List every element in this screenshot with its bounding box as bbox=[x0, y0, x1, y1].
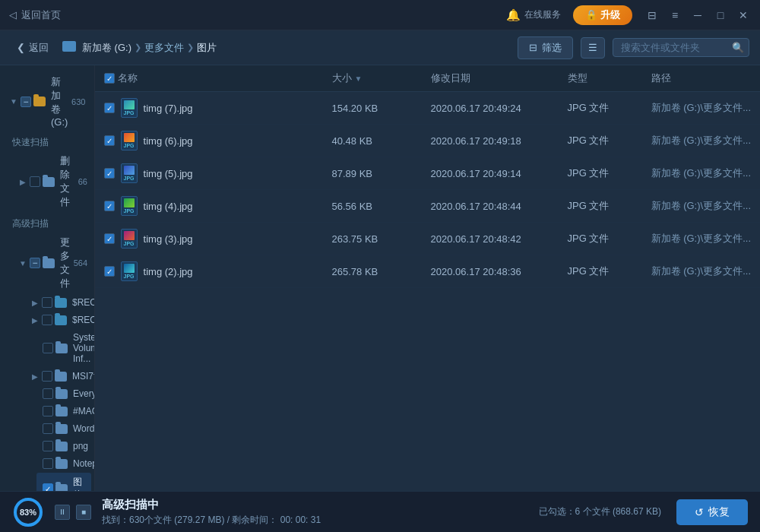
root-checkbox[interactable] bbox=[21, 97, 31, 107]
back-icon: ❮ bbox=[17, 42, 25, 53]
delete-checkbox[interactable] bbox=[30, 176, 40, 187]
recycle2-checkbox[interactable] bbox=[42, 315, 52, 325]
everything-checkbox[interactable] bbox=[43, 388, 53, 399]
breadcrumb-sep1: ❯ bbox=[135, 43, 141, 52]
sidebar-item-mages[interactable]: #MAGES 38 bbox=[36, 403, 91, 420]
pictures-checkbox[interactable] bbox=[43, 483, 53, 491]
upgrade-label: 升级 bbox=[600, 8, 620, 22]
sidebar-item-pictures[interactable]: 图片 6 bbox=[36, 473, 91, 491]
table-row[interactable]: timg (6).jpg 40.48 KB 2020.06.17 20:49:1… bbox=[95, 125, 760, 157]
pause-button[interactable]: ⏸ bbox=[55, 505, 70, 520]
file-checkbox[interactable] bbox=[104, 168, 115, 179]
menu-button[interactable]: ≡ bbox=[667, 8, 682, 23]
mages-label: #MAGES bbox=[73, 406, 95, 416]
pictures-icon bbox=[55, 484, 68, 492]
scan-controls: ⏸ ■ bbox=[55, 505, 91, 520]
header-name[interactable]: 名称 bbox=[95, 71, 323, 85]
mages-checkbox[interactable] bbox=[43, 406, 53, 416]
table-row[interactable]: timg (2).jpg 265.78 KB 2020.06.17 20:48:… bbox=[95, 255, 760, 288]
file-path-cell: 新加卷 (G:)\更多文件... bbox=[642, 199, 760, 213]
back-home-icon: ◁ bbox=[9, 9, 17, 21]
tree-toggle-root[interactable]: ▼ bbox=[9, 97, 18, 106]
col-name-label: 名称 bbox=[118, 71, 138, 85]
delete-folder-icon bbox=[43, 177, 55, 187]
sidebar-item-msi[interactable]: ▶ MSI7f494.tmp 13 bbox=[24, 368, 91, 385]
search-icon: 🔍 bbox=[732, 42, 744, 53]
recycle1-checkbox[interactable] bbox=[42, 297, 52, 308]
root-folder-icon bbox=[33, 97, 46, 106]
tree-toggle-msi[interactable]: ▶ bbox=[30, 372, 40, 381]
table-row[interactable]: timg (7).jpg 154.20 KB 2020.06.17 20:49:… bbox=[95, 92, 760, 125]
table-row[interactable]: timg (4).jpg 56.56 KB 2020.06.17 20:48:4… bbox=[95, 190, 760, 223]
tree-toggle-delete[interactable]: ▶ bbox=[18, 177, 27, 186]
sidebar-item-sysvolume[interactable]: System Volume Inf... 1 bbox=[36, 329, 91, 367]
file-checkbox[interactable] bbox=[104, 201, 115, 211]
sidebar-root-item[interactable]: ▼ 新加卷 (G:) 630 bbox=[3, 72, 91, 131]
png-checkbox[interactable] bbox=[43, 441, 53, 451]
file-list: timg (7).jpg 154.20 KB 2020.06.17 20:49:… bbox=[95, 92, 760, 491]
header-path[interactable]: 路径 bbox=[642, 71, 760, 85]
sidebar-item-recycle1[interactable]: ▶ $RECYCLE.BIN 9 bbox=[24, 294, 91, 311]
tree-toggle-r2[interactable]: ▶ bbox=[30, 315, 40, 325]
file-name: timg (7).jpg bbox=[144, 103, 193, 114]
sidebar-more-files[interactable]: ▼ 更多文件 564 bbox=[12, 233, 91, 293]
upgrade-button[interactable]: 🔒 升级 bbox=[573, 5, 632, 25]
sidebar-item-png[interactable]: png 58 bbox=[36, 438, 91, 454]
filter-button[interactable]: ⊟ 筛选 bbox=[518, 36, 573, 59]
sysvolume-label: System Volume Inf... bbox=[73, 332, 95, 364]
search-input[interactable] bbox=[621, 42, 727, 53]
selection-info: 已勾选：6 个文件 (868.67 KB) bbox=[539, 505, 661, 518]
back-home-button[interactable]: ◁ 返回首页 bbox=[9, 8, 61, 22]
back-button[interactable]: ❮ 返回 bbox=[11, 38, 55, 58]
word-checkbox[interactable] bbox=[43, 423, 53, 434]
minimize-button[interactable]: ─ bbox=[690, 8, 705, 23]
maximize-button[interactable]: □ bbox=[713, 8, 728, 23]
table-row[interactable]: timg (5).jpg 87.89 KB 2020.06.17 20:49:1… bbox=[95, 157, 760, 190]
more-files-label: 更多文件 bbox=[60, 236, 70, 290]
search-box[interactable]: 🔍 bbox=[613, 38, 749, 57]
file-checkbox[interactable] bbox=[104, 233, 115, 244]
sidebar-item-notepad2[interactable]: Notepad2 1 bbox=[36, 455, 91, 472]
sysvolume-checkbox[interactable] bbox=[43, 343, 53, 353]
header-date[interactable]: 修改日期 bbox=[422, 71, 559, 85]
file-name: timg (2).jpg bbox=[144, 266, 193, 277]
breadcrumb-disk[interactable]: 新加卷 (G:) bbox=[82, 41, 131, 55]
sidebar-delete-files[interactable]: ▶ 删除文件 66 bbox=[12, 151, 91, 212]
title-bar-right: 🔔 在线服务 🔒 升级 ⊟ ≡ ─ □ ✕ bbox=[506, 5, 751, 25]
header-type[interactable]: 类型 bbox=[559, 71, 642, 85]
tree-toggle-more[interactable]: ▼ bbox=[18, 258, 27, 268]
file-name: timg (4).jpg bbox=[144, 201, 193, 212]
restore-button[interactable]: ↺ 恢复 bbox=[676, 499, 748, 525]
breadcrumb-more-files[interactable]: 更多文件 bbox=[144, 41, 184, 55]
notepad2-checkbox[interactable] bbox=[43, 458, 53, 469]
progress-circle: 83% bbox=[12, 496, 44, 528]
more-files-icon bbox=[43, 258, 55, 268]
settings-button[interactable]: ⊟ bbox=[644, 8, 660, 23]
col-path-label: 路径 bbox=[651, 71, 671, 85]
file-checkbox[interactable] bbox=[104, 266, 115, 277]
online-service[interactable]: 🔔 在线服务 bbox=[506, 8, 561, 22]
header-size[interactable]: 大小 ▼ bbox=[323, 71, 422, 85]
stop-button[interactable]: ■ bbox=[76, 505, 91, 520]
file-date-cell: 2020.06.17 20:49:24 bbox=[422, 103, 559, 114]
file-size-cell: 265.78 KB bbox=[323, 266, 422, 277]
select-all-checkbox[interactable] bbox=[104, 73, 115, 84]
filter-icon: ⊟ bbox=[529, 42, 537, 53]
table-row[interactable]: timg (3).jpg 263.75 KB 2020.06.17 20:48:… bbox=[95, 223, 760, 255]
msi-label: MSI7f494.tmp bbox=[72, 371, 95, 382]
sidebar-item-everything[interactable]: Everything 3 bbox=[36, 385, 91, 402]
file-checkbox[interactable] bbox=[104, 135, 115, 146]
msi-checkbox[interactable] bbox=[42, 371, 52, 382]
sidebar-item-word[interactable]: Word 6 bbox=[36, 420, 91, 437]
file-name-cell: timg (5).jpg bbox=[95, 163, 323, 183]
msi-icon bbox=[55, 372, 67, 382]
file-checkbox[interactable] bbox=[104, 103, 115, 113]
close-button[interactable]: ✕ bbox=[736, 8, 751, 23]
col-size-label: 大小 bbox=[332, 71, 352, 85]
more-files-checkbox[interactable] bbox=[30, 258, 40, 268]
word-label: Word bbox=[73, 423, 94, 434]
list-view-button[interactable]: ☰ bbox=[581, 37, 605, 59]
sidebar-item-recycle2[interactable]: ▶ $RECYCLE.BIN 16 bbox=[24, 312, 91, 328]
tree-toggle-r1[interactable]: ▶ bbox=[30, 298, 40, 307]
restore-icon: ↺ bbox=[695, 506, 704, 518]
